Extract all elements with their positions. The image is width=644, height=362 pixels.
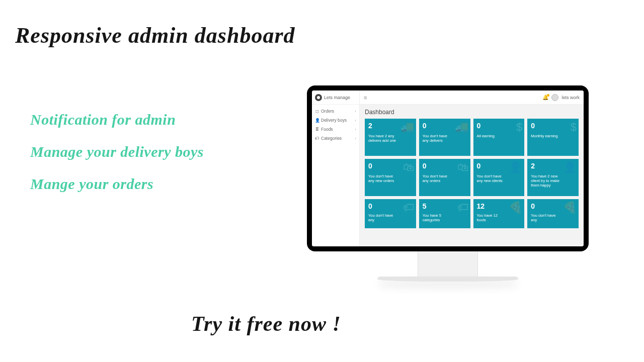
card-bg-icon: 🏷 — [457, 201, 468, 214]
card-bg-icon: 🏷 — [403, 201, 414, 214]
stat-card[interactable]: 🍕0You don't have any — [527, 199, 579, 228]
delivery-icon: 👤 — [315, 118, 319, 123]
stats-grid: 🚚2You have 2 any delivers add one🚚0You d… — [365, 119, 579, 228]
sidebar-item-label: Categories — [321, 136, 342, 141]
card-text: You don't have any new clients — [477, 174, 508, 183]
card-bg-icon: 🛍 — [403, 161, 414, 174]
main-area: ≡ 🔔 lets work Dashboard 🚚2You have 2 any… — [360, 90, 584, 246]
stat-card[interactable]: $0Monthly earning — [527, 119, 579, 156]
feature-item: Mange your orders — [30, 175, 204, 193]
card-number: 0 — [477, 122, 521, 130]
avatar[interactable] — [551, 94, 558, 101]
chevron-left-icon: ‹ — [355, 127, 356, 132]
card-text: You don't have any delivers — [423, 134, 453, 143]
nav: ◻ Orders ‹ 👤 Delivery boys ‹ — [312, 105, 359, 143]
page-title: Dashboard — [365, 109, 579, 116]
card-text: You have 2 any delivers add one — [368, 134, 399, 143]
monitor-mockup: Lets manage ◻ Orders ‹ — [307, 85, 589, 282]
sidebar-item-label: Foods — [321, 127, 333, 132]
brand[interactable]: Lets manage — [312, 90, 359, 105]
notification-dot — [547, 94, 549, 97]
card-number: 0 — [531, 122, 575, 130]
chevron-left-icon: ‹ — [355, 136, 356, 141]
sidebar: Lets manage ◻ Orders ‹ — [312, 90, 360, 246]
stat-card[interactable]: 🛍0You don't have any new orders — [365, 159, 416, 196]
sidebar-item-categories[interactable]: 🏷 Categories ‹ — [312, 134, 359, 143]
sidebar-item-label: Orders — [321, 109, 334, 114]
stat-card[interactable]: 🍕12You have 12 foods — [473, 199, 525, 228]
card-bg-icon: $ — [571, 121, 577, 134]
topbar: ≡ 🔔 lets work — [360, 90, 584, 105]
card-text: You have 12 foods — [477, 213, 508, 222]
stat-card[interactable]: 👤2You have 2 new client try to make them… — [527, 159, 579, 196]
feature-list: Notification for admin Manage your deliv… — [30, 111, 204, 207]
stat-card[interactable]: 🚚0You don't have any delivers — [419, 119, 470, 156]
card-text: Monthly earning — [531, 134, 561, 138]
card-bg-icon: 🛍 — [457, 161, 468, 174]
sidebar-item-orders[interactable]: ◻ Orders ‹ — [312, 107, 359, 116]
stat-card[interactable]: 🏷0You don't have any — [365, 199, 416, 228]
stat-card[interactable]: 🏷5You have 5 categories — [419, 199, 470, 228]
card-bg-icon: 👤 — [509, 161, 522, 174]
stat-card[interactable]: 🛍0You don't have any orders — [419, 159, 470, 196]
card-bg-icon: 🚚 — [400, 121, 414, 134]
sidebar-item-foods[interactable]: ≣ Foods ‹ — [312, 125, 359, 134]
cta-text: Try it free now ! — [191, 312, 341, 336]
notification-bell-icon[interactable]: 🔔 — [542, 95, 548, 100]
menu-toggle-icon[interactable]: ≡ — [364, 95, 367, 101]
chevron-left-icon: ‹ — [355, 118, 356, 123]
card-text: You don't have any — [531, 213, 561, 222]
card-bg-icon: 👤 — [563, 161, 577, 174]
headline: Responsive admin dashboard — [15, 23, 295, 48]
user-name: lets work — [561, 95, 580, 100]
categories-icon: 🏷 — [315, 136, 319, 141]
dashboard-app: Lets manage ◻ Orders ‹ — [312, 90, 584, 246]
card-text: You don't have any new orders — [368, 174, 399, 183]
sidebar-item-delivery-boys[interactable]: 👤 Delivery boys ‹ — [312, 116, 359, 125]
card-text: You don't have any orders — [423, 174, 453, 183]
feature-item: Manage your delivery boys — [30, 143, 204, 161]
gear-icon — [315, 94, 322, 101]
card-bg-icon: 🚚 — [455, 121, 468, 134]
card-text: You have 5 categories — [423, 213, 453, 222]
card-text: You have 2 new client try to make them h… — [531, 174, 561, 188]
sidebar-item-label: Delivery boys — [321, 118, 347, 123]
foods-icon: ≣ — [315, 127, 319, 132]
chevron-left-icon: ‹ — [355, 109, 356, 114]
stat-card[interactable]: 🚚2You have 2 any delivers add one — [365, 119, 416, 156]
card-text: You don't have any — [368, 213, 399, 222]
stat-card[interactable]: 👤0You don't have any new clients — [473, 159, 525, 196]
stat-card[interactable]: $0All earning — [473, 119, 525, 156]
orders-icon: ◻ — [315, 109, 319, 114]
feature-item: Notification for admin — [30, 111, 204, 129]
card-bg-icon: 🍕 — [563, 201, 577, 214]
card-bg-icon: $ — [516, 121, 522, 134]
brand-label: Lets manage — [324, 95, 350, 100]
card-text: All earning — [477, 134, 508, 138]
card-bg-icon: 🍕 — [509, 201, 522, 214]
